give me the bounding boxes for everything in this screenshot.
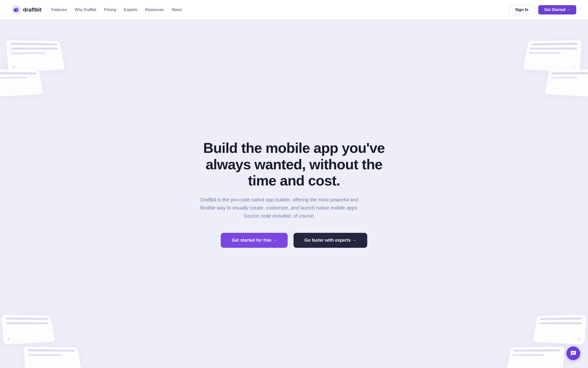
navbar-left: draftbit Features Why Draftbit Pricing E… [12,5,182,14]
deco-corner-5: ¬ [539,318,541,321]
nav-item-why-draftbit[interactable]: Why Draftbit [75,8,96,12]
navbar: draftbit Features Why Draftbit Pricing E… [0,0,588,20]
deco-plus-2: + [7,337,10,342]
logo-link[interactable]: draftbit [12,5,42,14]
deco-card-botbot-left: + [23,346,82,368]
deco-card-bot-right: + ¬ [533,315,587,345]
deco-plus-6: + [556,366,559,368]
deco-card-botbot-right: + [506,346,564,368]
nav-item-resources[interactable]: Resources [145,8,164,12]
hero-subtitle: Draftbit is the pro-code native app buil… [196,196,363,220]
hero-title: Build the mobile app you've always wante… [196,140,392,189]
nav-item-experts[interactable]: Experts [124,8,137,12]
deco-plus-1: + [12,64,15,70]
chat-support-button[interactable] [566,346,580,360]
brand-name: draftbit [23,7,42,13]
deco-corner-1: ⌐ [59,63,62,66]
deco-corner-4: ⌐ [574,64,576,68]
hero-buttons: Get started for free → Go faster with ex… [196,233,392,248]
logo-icon [12,5,21,14]
hero-section: + ⌐ ⌐ + ¬ + ⌐ + + ¬ + [0,20,588,368]
cta-secondary-button[interactable]: Go faster with experts → [294,233,367,248]
nav-item-about[interactable]: About [172,8,182,12]
hero-content: Build the mobile app you've always wante… [196,140,392,248]
deco-card-mid-right: + [545,69,588,97]
nav-item-features[interactable]: Features [51,8,67,12]
deco-card-bot-left: + ¬ [1,315,55,345]
get-started-nav-button[interactable]: Get Started → [538,5,576,14]
deco-card-top-left: + ⌐ [6,40,65,73]
cta-primary-button[interactable]: Get started for free → [221,233,288,248]
deco-plus-5: + [578,337,581,342]
deco-corner-2: ⌐ [0,90,1,94]
navbar-right: Sign In Get Started → [509,5,576,15]
nav-item-pricing[interactable]: Pricing [104,8,116,12]
signin-button[interactable]: Sign In [509,5,534,15]
chat-icon [570,350,576,356]
deco-plus-3: + [29,366,32,368]
nav-links: Features Why Draftbit Pricing Experts Re… [51,8,182,12]
deco-card-mid-left: ⌐ [0,69,43,97]
deco-corner-3: ¬ [47,318,49,321]
deco-plus-4: + [587,72,588,76]
deco-card-top-right: ⌐ [523,40,582,73]
